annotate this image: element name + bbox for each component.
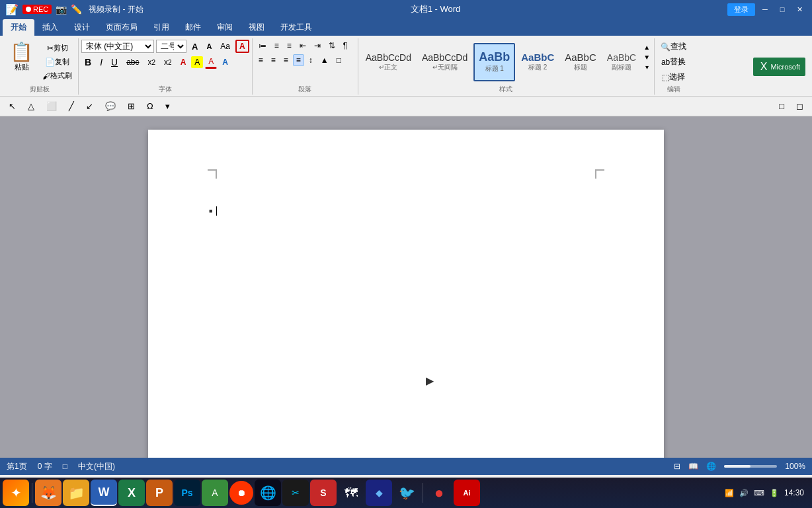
font-color2-button[interactable]: A [205, 56, 217, 69]
close-button[interactable]: ✕ [792, 4, 807, 15]
zoom-slider[interactable] [724, 465, 777, 468]
view-web-icon[interactable]: 🌐 [706, 462, 716, 471]
shading-button[interactable]: ▲ [317, 54, 332, 66]
show-marks-button[interactable]: ¶ [340, 40, 350, 52]
microsoft-button[interactable]: X Microsoft [753, 58, 805, 76]
taskbar-icon-rec[interactable]: ⏺ [229, 481, 253, 505]
borders-button[interactable]: □ [333, 54, 345, 66]
tab-insert[interactable]: 插入 [34, 19, 66, 36]
connector-tool[interactable]: ↙ [81, 99, 98, 113]
style-normal[interactable]: AaBbCcDd ↵正文 [361, 43, 416, 81]
text-box-tool[interactable]: ⊞ [123, 99, 140, 113]
underline-button[interactable]: U [108, 56, 121, 69]
tab-references[interactable]: 引用 [145, 19, 177, 36]
view-layout-icon[interactable]: ⊟ [674, 462, 680, 471]
select-button[interactable]: ⬚ 选择 [659, 70, 688, 84]
taskbar-icon-cut[interactable]: ✂ [282, 480, 309, 506]
taskbar-icon-star[interactable]: ✦ [3, 480, 29, 506]
taskbar-icon-excel[interactable]: X [118, 480, 145, 506]
bullets-button[interactable]: ≔ [255, 40, 270, 52]
3d-tool[interactable]: ◻ [792, 99, 808, 113]
select-arrow-tool[interactable]: ↖ [4, 99, 20, 113]
taskbar-icon-files[interactable]: 📁 [63, 480, 89, 506]
taskbar-icon-blue[interactable]: ◆ [366, 480, 392, 506]
taskbar-icon-s3d[interactable]: S [310, 480, 337, 506]
style-h1[interactable]: AaBb 标题 1 [473, 43, 515, 81]
tab-layout[interactable]: 页面布局 [98, 19, 145, 36]
styles-group: AaBbCcDd ↵正文 AaBbCcDd ↵无间隔 AaBb 标题 1 AaB… [358, 38, 655, 95]
line-spacing-button[interactable]: ↕ [305, 54, 316, 66]
view-reading-icon[interactable]: 📖 [688, 462, 698, 471]
decrease-indent-button[interactable]: ⇤ [296, 40, 309, 52]
italic-button[interactable]: I [97, 56, 106, 69]
shadow-tool[interactable]: □ [774, 99, 789, 113]
format-painter-button[interactable]: 🖌 格式刷 [39, 69, 75, 82]
taskbar-icon-ps[interactable]: Ps [174, 480, 200, 506]
tab-view[interactable]: 视图 [241, 19, 272, 36]
styles-scroll-up[interactable]: ▲ [642, 42, 651, 52]
style-h1-label: 标题 1 [485, 64, 504, 73]
minimize-button[interactable]: ─ [758, 4, 772, 15]
taskbar-icon-ppt[interactable]: P [146, 480, 173, 506]
wordart-tool[interactable]: Ω [142, 99, 158, 113]
tab-mailings[interactable]: 邮件 [177, 19, 209, 36]
tab-developer[interactable]: 开发工具 [272, 19, 320, 36]
replace-button[interactable]: ab 替换 [658, 55, 689, 69]
line-tool[interactable]: ╱ [64, 99, 79, 113]
taskbar-icon-map[interactable]: 🗺 [338, 480, 364, 506]
paste-button[interactable]: 📋 粘贴 [4, 40, 39, 84]
numbering-button[interactable]: ≡ [271, 40, 282, 52]
sort-button[interactable]: ⇅ [325, 40, 339, 52]
shrink-font-button[interactable]: A [203, 41, 215, 52]
status-right: ⊟ 📖 🌐 100% [674, 462, 805, 471]
style-nospace[interactable]: AaBbCcDd ↵无间隔 [417, 43, 472, 81]
font-size-select[interactable]: 二号 [156, 40, 186, 53]
callout-tool[interactable]: 💬 [101, 99, 120, 113]
font-name-select[interactable]: 宋体 (中文正) [81, 40, 154, 53]
multilevel-button[interactable]: ≡ [284, 40, 295, 52]
styles-scroll-down[interactable]: ▼ [642, 52, 651, 62]
tab-design[interactable]: 设计 [66, 19, 98, 36]
clear-format-button[interactable]: A [235, 40, 249, 53]
cut-button[interactable]: ✂ 剪切 [39, 42, 75, 54]
taskbar-icon-bird[interactable]: 🐦 [393, 480, 420, 506]
rect-tool[interactable]: ⬜ [42, 99, 61, 113]
align-center-button[interactable]: ≡ [268, 54, 279, 66]
text-effect-button[interactable]: A [219, 56, 231, 68]
find-button[interactable]: 🔍 查找 [657, 40, 690, 54]
font-color-button[interactable]: A [177, 56, 190, 68]
shapes-tool[interactable]: △ [23, 99, 39, 113]
grow-font-button[interactable]: A [188, 40, 201, 53]
style-h1-preview: AaBb [479, 50, 510, 64]
document-page[interactable]: ■ ▶ [148, 130, 664, 458]
taskbar-icon-globe[interactable]: 🌐 [255, 480, 281, 506]
align-right-button[interactable]: ≡ [280, 54, 292, 66]
taskbar-icon-adobe[interactable]: Ai [454, 480, 480, 506]
account-btn[interactable]: 登录 [727, 3, 755, 16]
maximize-button[interactable]: □ [775, 4, 790, 15]
strikethrough-button[interactable]: abc [123, 56, 142, 68]
superscript-button[interactable]: x2 [161, 56, 175, 68]
align-left-button[interactable]: ≡ [255, 54, 266, 66]
increase-indent-button[interactable]: ⇥ [311, 40, 324, 52]
taskbar-icon-fox[interactable]: 🦊 [35, 480, 61, 506]
editing-group-label: 编辑 [655, 85, 692, 94]
style-title[interactable]: AaBbC 标题 [560, 43, 601, 81]
taskbar-icon-reddot[interactable]: ● [426, 480, 452, 506]
styles-expand[interactable]: ▾ [642, 62, 651, 72]
bold-button[interactable]: B [81, 56, 95, 69]
align-justify-button[interactable]: ≡ [293, 54, 304, 66]
rec-label: REC [33, 5, 48, 13]
highlight-button[interactable]: A [191, 56, 203, 68]
copy-button[interactable]: 📄 复制 [39, 56, 75, 68]
subscript-button[interactable]: x2 [145, 56, 159, 68]
style-subtitle[interactable]: AaBbC 副标题 [602, 43, 641, 81]
taskbar-icon-word[interactable]: W [91, 480, 117, 506]
style-h2[interactable]: AaBbC 标题 2 [516, 43, 559, 81]
taskbar-icon-green[interactable]: A [202, 480, 228, 506]
change-case-button[interactable]: Aa [217, 40, 233, 52]
document-area[interactable]: ■ ▶ [0, 116, 812, 458]
more-tool[interactable]: ▾ [161, 99, 175, 113]
tab-review[interactable]: 审阅 [209, 19, 241, 36]
tab-home[interactable]: 开始 [3, 19, 34, 36]
